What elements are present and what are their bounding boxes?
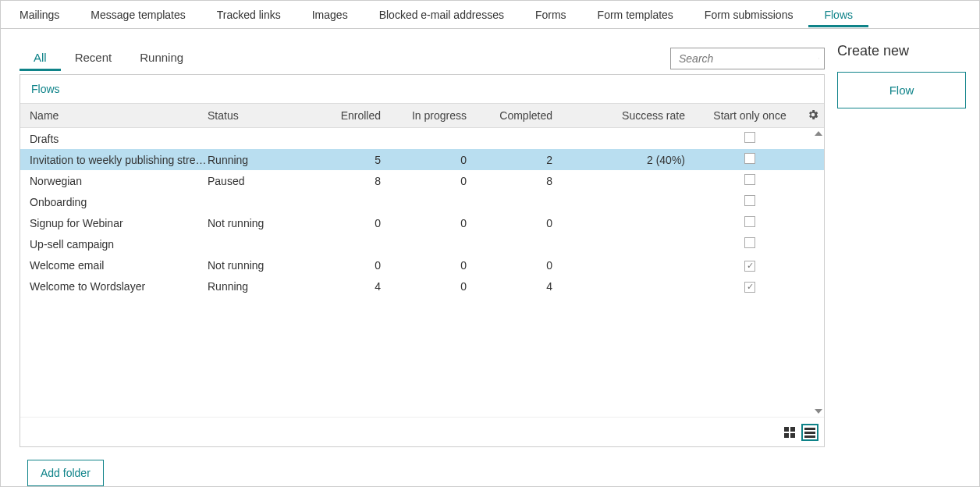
table-row[interactable]: Onboarding [20, 191, 824, 212]
list-panel: Flows Name Status Enrolled In progress C… [20, 74, 825, 447]
grid-header: Name Status Enrolled In progress Complet… [20, 103, 824, 128]
table-row[interactable]: Welcome to WordslayerRunning404✓ [20, 275, 824, 297]
cell-startonce [699, 174, 793, 187]
cell-name: Drafts [20, 133, 208, 145]
subtab-all[interactable]: All [20, 46, 61, 71]
subtab-recent[interactable]: Recent [61, 46, 126, 71]
cell-completed: 4 [481, 280, 566, 293]
cell-startonce: ✓ [699, 279, 793, 293]
cell-name: Onboarding [20, 196, 208, 208]
cell-successrate: 2 (40%) [566, 154, 699, 166]
nav-tab-message-templates[interactable]: Message templates [75, 2, 201, 27]
col-header-status[interactable]: Status [208, 109, 309, 122]
cell-startonce [699, 216, 793, 229]
nav-tab-form-submissions[interactable]: Form submissions [689, 2, 809, 27]
subtab-running[interactable]: Running [126, 46, 197, 71]
cell-startonce [699, 153, 793, 166]
cell-inprogress: 0 [395, 259, 481, 272]
svg-rect-6 [804, 428, 815, 430]
col-header-completed[interactable]: Completed [481, 109, 566, 122]
search-input[interactable] [677, 52, 818, 66]
sub-tabs: AllRecentRunning [20, 46, 197, 71]
col-header-inprogress[interactable]: In progress [395, 109, 481, 122]
svg-rect-7 [804, 432, 815, 434]
checkbox-startonce[interactable] [744, 216, 755, 227]
search-icon[interactable] [818, 52, 819, 66]
panel-footer [20, 417, 824, 446]
nav-tab-blocked-e-mail-addresses[interactable]: Blocked e-mail addresses [364, 2, 520, 27]
nav-tab-images[interactable]: Images [296, 2, 364, 27]
top-nav: MailingsMessage templatesTracked linksIm… [1, 1, 979, 29]
main-area: AllRecentRunning Flows Name Status Enrol… [1, 29, 831, 486]
col-header-startonce[interactable]: Start only once [699, 109, 793, 122]
svg-point-0 [818, 59, 819, 59]
cell-startonce [699, 237, 793, 251]
list-view-button[interactable] [802, 425, 818, 440]
nav-tab-flows[interactable]: Flows [808, 2, 868, 27]
table-row[interactable]: Drafts [20, 128, 824, 149]
create-flow-button[interactable]: Flow [837, 72, 966, 108]
checkbox-startonce[interactable]: ✓ [744, 261, 755, 272]
checkbox-startonce[interactable] [744, 174, 755, 185]
cell-status: Running [208, 154, 309, 166]
cell-name: Signup for Webinar [20, 217, 208, 229]
svg-rect-2 [784, 427, 789, 432]
side-heading: Create new [837, 43, 962, 59]
cell-name: Invitation to weekly publishing strea... [20, 154, 208, 166]
table-row[interactable]: Up-sell campaign [20, 233, 824, 254]
gear-icon[interactable] [807, 108, 819, 123]
cell-name: Norwegian [20, 175, 208, 187]
svg-rect-3 [790, 427, 795, 432]
checkbox-startonce[interactable] [744, 132, 755, 143]
cell-name: Welcome to Wordslayer [20, 280, 208, 293]
scroll-down-icon[interactable] [815, 409, 822, 414]
checkbox-startonce[interactable] [744, 237, 755, 248]
cell-status: Not running [208, 217, 309, 229]
table-row[interactable]: Signup for WebinarNot running000 [20, 212, 824, 233]
col-header-successrate[interactable]: Success rate [566, 109, 699, 122]
svg-rect-5 [790, 433, 795, 438]
checkbox-startonce[interactable]: ✓ [744, 282, 755, 293]
cell-inprogress: 0 [395, 280, 481, 293]
nav-tab-tracked-links[interactable]: Tracked links [201, 2, 296, 27]
cell-startonce [699, 195, 793, 208]
cell-completed: 2 [481, 154, 566, 166]
content: AllRecentRunning Flows Name Status Enrol… [1, 29, 979, 486]
cell-inprogress: 0 [395, 175, 481, 187]
cell-name: Up-sell campaign [20, 238, 208, 251]
checkbox-startonce[interactable] [744, 153, 755, 164]
breadcrumb[interactable]: Flows [20, 75, 824, 103]
cell-enrolled: 5 [309, 154, 395, 166]
nav-tab-form-templates[interactable]: Form templates [582, 2, 689, 27]
add-folder-button[interactable]: Add folder [27, 460, 104, 486]
cell-status: Running [208, 280, 309, 293]
cell-completed: 8 [481, 175, 566, 187]
cell-status: Paused [208, 175, 309, 187]
col-header-name[interactable]: Name [20, 109, 208, 122]
cell-enrolled: 0 [309, 259, 395, 272]
cell-inprogress: 0 [395, 154, 481, 166]
cell-status: Not running [208, 259, 309, 272]
cell-startonce [699, 132, 793, 145]
cell-inprogress: 0 [395, 217, 481, 229]
grid-body: DraftsInvitation to weekly publishing st… [20, 128, 824, 417]
nav-tab-mailings[interactable]: Mailings [4, 2, 75, 27]
cell-startonce: ✓ [699, 258, 793, 272]
cell-enrolled: 8 [309, 175, 395, 187]
cell-name: Welcome email [20, 259, 208, 272]
checkbox-startonce[interactable] [744, 195, 755, 206]
cell-enrolled: 0 [309, 217, 395, 229]
table-row[interactable]: Invitation to weekly publishing strea...… [20, 149, 824, 170]
table-row[interactable]: NorwegianPaused808 [20, 170, 824, 191]
sub-header: AllRecentRunning [20, 46, 831, 71]
cell-enrolled: 4 [309, 280, 395, 293]
svg-rect-8 [804, 435, 815, 438]
grid-view-button[interactable] [782, 425, 797, 440]
cell-completed: 0 [481, 217, 566, 229]
search-box[interactable] [670, 48, 825, 69]
col-header-enrolled[interactable]: Enrolled [309, 109, 395, 122]
nav-tab-forms[interactable]: Forms [520, 2, 582, 27]
side-panel: Create new Flow [831, 29, 979, 486]
scroll-up-icon[interactable] [815, 131, 822, 136]
table-row[interactable]: Welcome emailNot running000✓ [20, 254, 824, 275]
